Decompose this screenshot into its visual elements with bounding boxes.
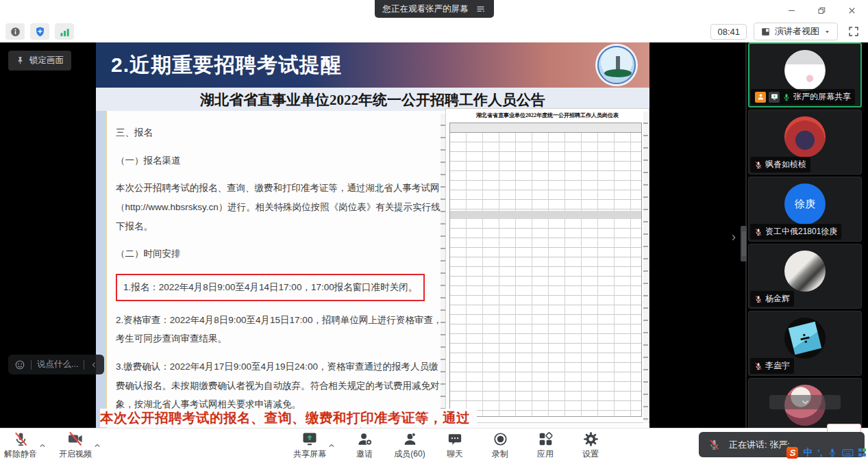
invite-icon	[357, 431, 373, 447]
lock-view-button[interactable]: 锁定画面	[8, 51, 71, 71]
ime-lang-toggle[interactable]: 中	[803, 446, 813, 459]
mic-options-caret[interactable]	[38, 432, 47, 459]
video-options-caret[interactable]	[93, 432, 101, 459]
doc-subheading-1: （一）报名渠道	[116, 151, 444, 170]
table-scrollbar[interactable]	[643, 112, 648, 423]
minimize-button[interactable]	[782, 3, 801, 18]
participant-name: 飒沓如桢桢	[765, 159, 806, 170]
position-table: 湖北省省直事业单位2022年度统一公开招聘工作人员岗位表	[445, 108, 649, 423]
avatar	[784, 116, 826, 157]
chevron-left-icon[interactable]	[90, 361, 98, 369]
share-screen-icon	[301, 431, 318, 447]
avatar-initials: 徐庚	[795, 198, 815, 211]
settings-button[interactable]: 设置	[574, 431, 607, 460]
mic-muted-icon	[708, 439, 720, 450]
shared-screen-stage: 锁定画面 说点什么... 2.近期重要招聘考试提醒 湖北省省直事业单位2022年…	[0, 42, 868, 428]
security-shield-icon[interactable]	[30, 23, 49, 40]
ime-keyboard-icon[interactable]	[842, 447, 854, 459]
members-button[interactable]: 成员(60)	[393, 431, 426, 460]
participant-label: 飒沓如桢桢	[750, 157, 810, 172]
chat-label: 聊天	[447, 448, 463, 460]
scroll-down-participants-button[interactable]	[769, 395, 841, 409]
meeting-menubar: 08:41 演讲者视图	[0, 21, 868, 42]
meeting-info-button[interactable]	[5, 23, 25, 40]
record-icon	[493, 431, 508, 447]
share-screen-button[interactable]: 共享屏幕	[293, 431, 326, 460]
settings-label: 设置	[582, 448, 599, 460]
close-button[interactable]	[842, 3, 861, 18]
smiley-icon[interactable]	[14, 359, 25, 370]
window-titlebar: 您正在观看张严的屏幕	[0, 0, 868, 21]
layout-icon	[760, 27, 771, 37]
document-scrollbar[interactable]	[441, 114, 445, 425]
red-banner-text: 本次公开招聘考试的报名、查询、缴费和打印准考证等，通过	[100, 409, 477, 427]
highlighted-deadline: 1.报名：2022年4月8日9:00至4月14日17:00，17:00报名窗口准…	[116, 274, 425, 301]
doc-subheading-2: （二）时间安排	[116, 244, 444, 264]
meeting-window: 您正在观看张严的屏幕 08:41 演讲者视图 锁	[0, 0, 868, 460]
quick-chat-bar[interactable]: 说点什么...	[8, 355, 104, 374]
screen-share-icon	[769, 92, 780, 103]
ime-toolbox-icon[interactable]	[858, 448, 867, 457]
slide-header: 2.近期重要招聘考试提醒	[96, 42, 649, 88]
watching-text: 您正在观看张严的屏幕	[383, 3, 469, 15]
avatar: 徐庚	[784, 183, 826, 225]
mic-muted-icon	[754, 362, 762, 370]
chevron-down-icon	[823, 28, 831, 36]
chat-button[interactable]: 聊天	[438, 431, 471, 460]
doc-paragraph-2: 2.资格审查：2022年4月8日9:00至4月15日17:00，招聘单位网上进行…	[116, 311, 444, 348]
shared-slide: 2.近期重要招聘考试提醒 湖北省省直事业单位2022年统一公开招聘工作人员公告 …	[96, 42, 649, 428]
sidebar-splitter-handle[interactable]	[741, 226, 747, 261]
record-button[interactable]: 录制	[484, 431, 517, 460]
position-table-grid	[449, 123, 642, 417]
apps-icon	[538, 431, 554, 447]
participant-tile[interactable]: ÷ 李盎宇	[748, 311, 862, 376]
avatar: ÷	[784, 318, 826, 359]
doc-heading: 三、报名	[116, 123, 444, 142]
view-mode-button[interactable]: 演讲者视图	[754, 23, 838, 40]
participant-tile[interactable]: 飒沓如桢桢	[748, 110, 862, 175]
network-signal-icon[interactable]	[55, 23, 74, 40]
ime-punct-toggle[interactable]: ’,	[817, 448, 823, 458]
participant-tile-partial[interactable]	[748, 378, 862, 428]
start-video-button[interactable]: 开启视频	[59, 431, 92, 460]
settings-icon	[583, 431, 599, 447]
share-options-caret[interactable]	[327, 432, 336, 459]
sidebar-collapse-chevron[interactable]	[729, 233, 739, 245]
invite-label: 邀请	[356, 448, 373, 460]
fullscreen-button[interactable]	[845, 23, 863, 40]
page-margin	[96, 111, 106, 428]
lock-view-label: 锁定画面	[29, 55, 64, 66]
sogou-logo-icon[interactable]: S	[786, 447, 798, 459]
banner-menu-icon[interactable]	[475, 4, 486, 14]
record-label: 录制	[492, 448, 508, 460]
ime-bar: S 中 ’,	[786, 446, 866, 459]
participant-tile-screen-share[interactable]: 张严的屏幕共享	[748, 42, 862, 107]
mic-muted-icon	[13, 431, 29, 447]
ime-voice-icon[interactable]	[828, 448, 837, 457]
view-mode-label: 演讲者视图	[775, 25, 819, 38]
participant-name: 杨金辉	[765, 293, 790, 305]
participant-label: 杨金辉	[750, 291, 794, 307]
avatar	[784, 251, 826, 292]
participant-tile[interactable]: 杨金辉	[748, 244, 862, 309]
divider	[84, 360, 84, 370]
presenter-icon	[755, 92, 766, 103]
unmute-button[interactable]: 解除静音	[4, 431, 37, 460]
chat-input-placeholder[interactable]: 说点什么...	[37, 359, 78, 370]
slide-body: 三、报名 （一）报名渠道 本次公开招聘考试的报名、查询、缴费和打印准考证等，通过…	[96, 111, 649, 428]
speaking-text: 正在讲话: 张严;	[729, 439, 790, 451]
participant-label: 资工中俄21801徐庚	[750, 224, 841, 240]
invite-button[interactable]: 邀请	[348, 431, 381, 460]
divider	[31, 360, 32, 370]
slide-title: 2.近期重要招聘考试提醒	[111, 51, 342, 79]
meeting-timer: 08:41	[710, 24, 747, 40]
restore-button[interactable]	[812, 3, 831, 18]
unmute-label: 解除静音	[4, 448, 37, 460]
participant-label: 张严的屏幕共享	[751, 89, 855, 105]
apps-button[interactable]: 应用	[529, 431, 562, 460]
participants-sidebar: 张严的屏幕共享 飒沓如桢桢 徐庚 资工中俄21801徐庚	[748, 42, 862, 428]
participant-tile[interactable]: 徐庚 资工中俄21801徐庚	[748, 177, 862, 242]
mic-active-icon	[782, 93, 791, 101]
participant-name: 资工中俄21801徐庚	[765, 226, 837, 238]
participant-name: 李盎宇	[765, 360, 790, 372]
